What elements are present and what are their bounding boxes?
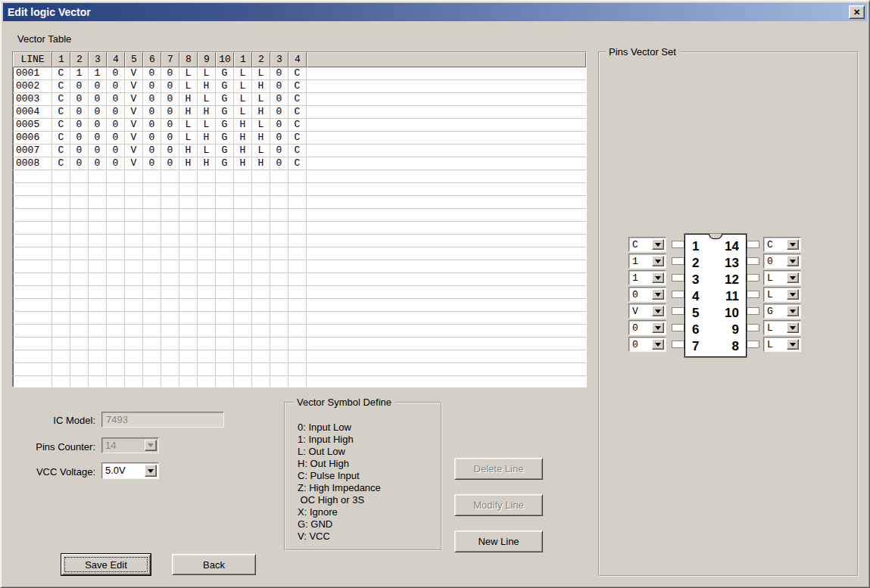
vector-cell: G <box>216 67 234 80</box>
vector-cell <box>288 325 307 338</box>
dropdown-button[interactable] <box>652 239 664 250</box>
filler-cell <box>307 170 586 183</box>
table-row-empty[interactable] <box>13 222 586 235</box>
title-bar[interactable]: Edit logic Vector ✕ <box>3 3 867 21</box>
vector-cell <box>89 170 107 183</box>
pin-11-combo[interactable]: L <box>763 287 801 302</box>
table-row[interactable]: 0003C000V00HLGLL0C <box>13 93 586 106</box>
pin-5-combo[interactable]: V <box>628 303 666 319</box>
vector-cell: L <box>179 67 198 80</box>
dropdown-button[interactable] <box>787 306 799 316</box>
dropdown-button[interactable] <box>652 306 664 316</box>
vector-cell: 0 <box>89 157 107 170</box>
table-row-empty[interactable] <box>13 209 586 222</box>
vector-cell <box>52 247 70 260</box>
dropdown-button[interactable] <box>652 289 664 300</box>
vector-cell <box>252 299 270 312</box>
dropdown-button[interactable] <box>652 256 664 266</box>
dropdown-button[interactable] <box>652 322 664 333</box>
dropdown-button[interactable] <box>787 272 799 283</box>
pin-3-combo[interactable]: 1 <box>628 270 666 285</box>
dropdown-button[interactable] <box>145 465 157 477</box>
dropdown-button[interactable] <box>787 256 799 266</box>
vector-cell <box>270 235 288 247</box>
pin-6-combo[interactable]: 0 <box>628 320 666 335</box>
dropdown-button[interactable] <box>652 339 664 350</box>
chevron-down-icon <box>655 293 661 297</box>
table-row-empty[interactable] <box>13 376 586 387</box>
delete-line-button[interactable]: Delete Line <box>454 458 543 480</box>
pin-14-combo[interactable]: C <box>763 237 801 252</box>
table-row-empty[interactable] <box>13 235 586 247</box>
vector-cell <box>234 235 252 247</box>
table-row-empty[interactable] <box>13 170 586 183</box>
save-edit-button[interactable]: Save Edit <box>61 554 151 575</box>
vector-cell <box>161 312 179 325</box>
table-row-empty[interactable] <box>13 363 586 376</box>
vector-cell: 0 <box>143 80 161 93</box>
table-row[interactable]: 0005C000V00LLGHL0C <box>13 119 586 132</box>
table-row[interactable]: 0008C000V00HHGHH0C <box>13 157 586 170</box>
pin-9-combo[interactable]: L <box>763 320 801 335</box>
table-row-empty[interactable] <box>13 325 586 338</box>
table-row[interactable]: 0006C000V00LHGHH0C <box>13 132 586 145</box>
table-row-empty[interactable] <box>13 183 586 196</box>
pin-2-combo[interactable]: 1 <box>628 254 666 269</box>
table-row-empty[interactable] <box>13 273 586 286</box>
vector-cell <box>288 350 307 363</box>
column-header: 1 <box>234 52 252 67</box>
vector-cell <box>270 376 288 387</box>
vector-cell: C <box>288 67 307 80</box>
table-row-empty[interactable] <box>13 350 586 363</box>
table-row[interactable]: 0002C000V00LHGLH0C <box>13 80 586 93</box>
vector-cell <box>107 273 125 286</box>
table-row[interactable]: 0001C110V00LLGLL0C <box>13 67 586 80</box>
dropdown-button[interactable] <box>787 239 799 250</box>
modify-line-button[interactable]: Modify Line <box>454 494 543 516</box>
vcc-voltage-combo[interactable]: 5.0V <box>101 462 159 479</box>
dropdown-button[interactable] <box>145 440 157 451</box>
table-row-empty[interactable] <box>13 286 586 299</box>
table-row-empty[interactable] <box>13 338 586 350</box>
pin-13-combo[interactable]: 0 <box>763 254 801 269</box>
table-row-empty[interactable] <box>13 312 586 325</box>
table-row[interactable]: 0007C000V00HLGHL0C <box>13 145 586 157</box>
vector-cell: 0 <box>107 145 125 157</box>
pin-1-combo[interactable]: C <box>628 237 666 252</box>
dropdown-button[interactable] <box>787 289 799 300</box>
pin-number-right: 14 <box>725 239 739 254</box>
vector-cell <box>89 183 107 196</box>
back-button[interactable]: Back <box>172 554 256 575</box>
pin-12-combo[interactable]: L <box>763 270 801 285</box>
close-button[interactable]: ✕ <box>849 5 865 19</box>
table-row[interactable]: 0004C000V00HHGLH0C <box>13 106 586 119</box>
table-row-empty[interactable] <box>13 196 586 209</box>
vector-cell <box>52 209 70 222</box>
chip-pin-row: 213 <box>685 255 746 272</box>
vector-cell <box>125 247 143 260</box>
pin-8-combo[interactable]: L <box>763 337 801 352</box>
vector-cell: V <box>125 157 143 170</box>
chip-pin-row: 114 <box>685 238 746 255</box>
table-row-empty[interactable] <box>13 247 586 260</box>
line-number-cell <box>13 196 52 209</box>
vector-cell <box>52 363 70 376</box>
dropdown-button[interactable] <box>787 339 799 350</box>
vector-cell <box>179 170 198 183</box>
new-line-button[interactable]: New Line <box>454 530 543 552</box>
vector-cell: 0 <box>107 157 125 170</box>
table-row-empty[interactable] <box>13 260 586 273</box>
pins-counter-combo[interactable]: 14 <box>101 437 159 453</box>
table-row-empty[interactable] <box>13 299 586 312</box>
dropdown-button[interactable] <box>652 272 664 283</box>
vector-cell <box>107 222 125 235</box>
vector-cell <box>70 222 89 235</box>
dropdown-button[interactable] <box>787 322 799 333</box>
vector-cell <box>288 209 307 222</box>
ic-model-input[interactable]: 7493 <box>101 412 224 428</box>
pin-10-combo[interactable]: G <box>763 303 801 319</box>
pin-4-combo[interactable]: 0 <box>628 287 666 302</box>
vector-cell: L <box>179 132 198 145</box>
pin-7-combo[interactable]: 0 <box>628 337 666 352</box>
vector-table[interactable]: LINE123456789101234 0001C110V00LLGLL0C00… <box>12 51 587 387</box>
